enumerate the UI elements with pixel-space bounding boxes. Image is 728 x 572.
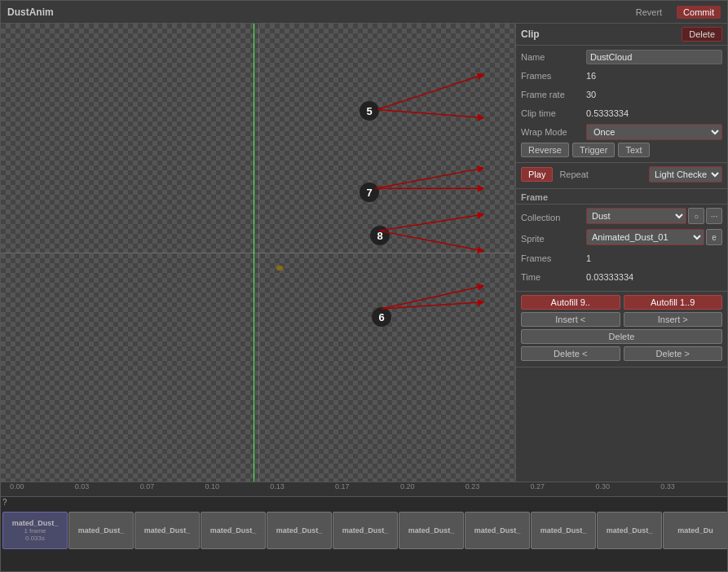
clip-action-buttons: Reverse Trigger Text (521, 143, 722, 157)
collection-label: Collection (521, 213, 586, 222)
clip-properties: Name Frames 16 Frame rate 30 Clip time 0… (516, 46, 727, 163)
frame-rate-label: Frame rate (521, 90, 586, 99)
playback-section: Play Repeat Light Checked (516, 163, 727, 189)
frame-frames-value: 1 (586, 253, 722, 263)
sprite-controls: Animated_Dust_01 e (586, 229, 722, 245)
frames-label: Frames (521, 71, 586, 81)
frame-delete-button[interactable]: Delete (521, 329, 722, 344)
clip-time-row: Clip time 0.5333334 (521, 105, 722, 121)
annotation-6: 6 (372, 307, 391, 327)
repeat-label: Repeat (559, 169, 588, 179)
insert-right-button[interactable]: Insert > (624, 312, 723, 327)
tick-5: 0.17 (335, 482, 350, 491)
name-input[interactable] (586, 50, 722, 64)
timeline-clip-2[interactable]: mated_Dust_ (135, 512, 200, 549)
frames-row: Frames 16 (521, 68, 722, 84)
frame-time-label: Time (521, 272, 586, 282)
tick-9: 0.30 (595, 482, 610, 491)
timeline-clip-6[interactable]: mated_Dust_ (399, 512, 464, 549)
timeline-area: 0.00 0.03 0.07 0.10 0.13 0.17 0.20 0.23 … (1, 482, 727, 571)
reverse-button[interactable]: Reverse (521, 143, 569, 157)
tick-4: 0.13 (270, 482, 285, 491)
collection-add-icon[interactable]: ○ (688, 208, 704, 224)
wrap-mode-row: Wrap Mode Once Loop PingPong ClampForeve… (521, 124, 722, 140)
commit-button[interactable]: Commit (677, 6, 721, 19)
name-label: Name (521, 52, 586, 62)
center-v-line (258, 24, 259, 482)
timeline-clip-8[interactable]: mated_Dust_ (531, 512, 596, 549)
sprite-row: Sprite Animated_Dust_01 e (521, 229, 722, 248)
name-row: Name (521, 49, 722, 65)
play-button[interactable]: Play (521, 167, 553, 182)
title-bar-actions: Revert Commit (629, 6, 721, 19)
timeline-track-area: ? mated_Dust_ 1 frame 0.033s mated_Dust_… (1, 497, 727, 571)
clip-section-title: Clip (521, 29, 540, 40)
timeline-clip-1[interactable]: mated_Dust_ (68, 512, 134, 549)
svg-line-3 (375, 169, 481, 188)
timeline-cursor (254, 24, 254, 482)
tick-7: 0.23 (465, 482, 480, 491)
sprite-edit-icon[interactable]: e (706, 229, 722, 245)
timeline-clip-5[interactable]: mated_Dust_ (333, 512, 398, 549)
clip-time-label: Clip time (521, 108, 586, 118)
svg-line-8 (382, 302, 481, 309)
timeline-current-indicator: ? (2, 498, 7, 507)
timeline-ruler: 0.00 0.03 0.07 0.10 0.13 0.17 0.20 0.23 … (1, 482, 727, 497)
timeline-clip-4[interactable]: mated_Dust_ (267, 512, 332, 549)
frame-time-value: 0.03333334 (586, 272, 722, 282)
clip-header: Clip Delete (516, 24, 727, 46)
insert-left-button[interactable]: Insert < (521, 312, 620, 327)
trigger-button[interactable]: Trigger (572, 143, 615, 157)
text-button[interactable]: Text (618, 143, 649, 157)
delete-lr-row: Delete < Delete > (521, 346, 722, 361)
tick-8: 0.27 (531, 482, 545, 491)
timeline-clip-3[interactable]: mated_Dust_ (201, 512, 266, 549)
collection-controls: Dust ○ ··· (586, 208, 722, 224)
frames-value: 16 (586, 71, 722, 81)
canvas-viewport[interactable]: 5 6 7 8 (1, 24, 515, 482)
svg-line-5 (379, 215, 481, 231)
revert-button[interactable]: Revert (629, 6, 668, 19)
annotation-5: 5 (360, 101, 379, 121)
clip-time-value: 0.5333334 (586, 108, 722, 118)
collection-dots-button[interactable]: ··· (706, 208, 722, 224)
svg-line-6 (379, 231, 481, 250)
main-area: 5 6 7 8 (1, 24, 727, 482)
ruler-labels: 0.00 0.03 0.07 0.10 0.13 0.17 0.20 0.23 … (2, 482, 726, 497)
frame-rate-value: 30 (586, 90, 722, 99)
svg-line-7 (382, 287, 481, 309)
frame-time-row: Time 0.03333334 (521, 269, 722, 285)
frame-section-title: Frame (516, 189, 727, 205)
autofill-9-button[interactable]: Autofill 9.. (521, 295, 620, 310)
clip-delete-button[interactable]: Delete (682, 27, 722, 42)
tick-6: 0.20 (400, 482, 415, 491)
dust-particle (276, 266, 283, 271)
tick-0: 0.00 (10, 482, 24, 491)
right-panel: Clip Delete Name Frames 16 Frame rate 30 (515, 24, 727, 482)
sprite-select[interactable]: Animated_Dust_01 (586, 229, 704, 245)
collection-select[interactable]: Dust (586, 208, 686, 224)
app-title: DustAnim (7, 7, 54, 18)
autofill-1-button[interactable]: Autofill 1..9 (624, 295, 723, 310)
frame-properties: Collection Dust ○ ··· Sprite Animated_Du… (516, 205, 727, 292)
frame-frames-label: Frames (521, 253, 586, 263)
timeline-clip-9[interactable]: mated_Dust_ (597, 512, 662, 549)
tick-10: 0.33 (660, 482, 675, 491)
wrap-mode-select[interactable]: Once Loop PingPong ClampForever (586, 124, 722, 140)
timeline-clips-row: mated_Dust_ 1 frame 0.033s mated_Dust_ m… (1, 512, 727, 552)
playback-row: Play Repeat Light Checked (521, 166, 722, 183)
timeline-clip-7[interactable]: mated_Dust_ (465, 512, 530, 549)
title-bar: DustAnim Revert Commit (1, 1, 727, 24)
light-checked-select[interactable]: Light Checked (649, 166, 722, 183)
tick-2: 0.07 (140, 482, 155, 491)
delete-right-button[interactable]: Delete > (624, 346, 723, 361)
app-window: DustAnim Revert Commit 5 6 7 8 (0, 0, 728, 572)
delete-left-button[interactable]: Delete < (521, 346, 620, 361)
timeline-clip-10[interactable]: mated_Du (663, 512, 727, 549)
insert-row: Insert < Insert > (521, 312, 722, 327)
sprite-label: Sprite (521, 234, 586, 244)
timeline-clip-0[interactable]: mated_Dust_ 1 frame 0.033s (2, 512, 68, 549)
tick-3: 0.10 (205, 482, 219, 491)
autofill-row: Autofill 9.. Autofill 1..9 (521, 295, 722, 310)
svg-line-1 (377, 76, 481, 110)
